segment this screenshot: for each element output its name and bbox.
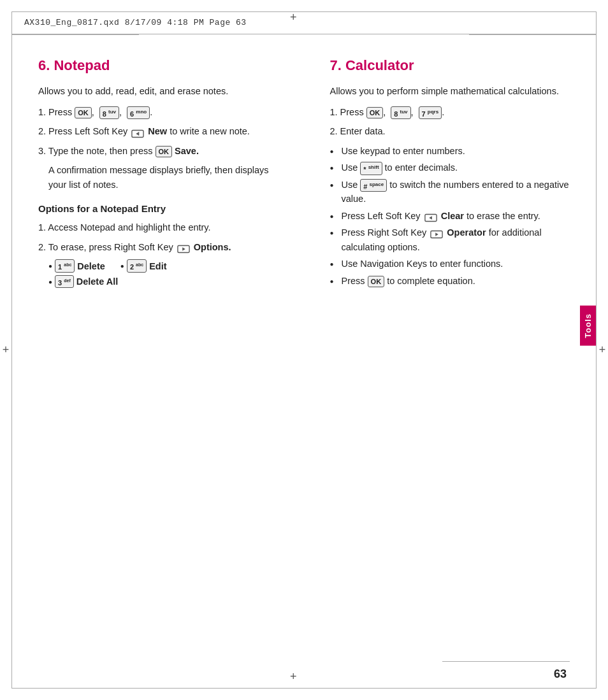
top-divider-right — [469, 34, 597, 35]
notepad-step2: 2. Press Left Soft Key New to write a ne… — [38, 124, 279, 138]
nav-keys-text: Use Navigation Keys to enter functions. — [342, 259, 503, 269]
key-7pqrs: 7 pqrs — [419, 106, 442, 120]
svg-marker-1 — [136, 132, 140, 135]
calculator-heading: 7. Calculator — [330, 57, 570, 74]
key-1: 1 abc — [55, 259, 75, 273]
delete-label: Delete — [77, 261, 105, 271]
side-tab: Tools — [579, 306, 597, 346]
step3-action: Save. — [175, 146, 199, 156]
bullet-operator: Press Right Soft Key Operator for additi… — [330, 225, 570, 254]
options-heading: Options for a Notepad Entry — [38, 203, 279, 214]
clear-label: Clear — [441, 211, 464, 221]
key-8tuv-calc: 8 tuv — [391, 106, 410, 120]
press-left-softkey-text: Press Left Soft Key — [342, 211, 423, 221]
notepad-intro: Allows you to add, read, edit, and erase… — [38, 84, 279, 98]
step3-note: A confirmation message displays briefly,… — [48, 163, 279, 192]
svg-marker-8 — [435, 233, 438, 236]
bullet-deleteall: ● 3 def Delete All — [48, 275, 118, 289]
key-ok-1: OK — [75, 107, 92, 118]
opt-step1: 1. Access Notepad and highlight the entr… — [38, 220, 279, 234]
calculator-section: 7. Calculator Allows you to perform simp… — [330, 51, 570, 662]
bullet-nav-keys: Use Navigation Keys to enter functions. — [330, 257, 570, 271]
key-ok-complete: OK — [368, 276, 385, 287]
press-right-softkey-text: Press Right Soft Key — [342, 227, 430, 238]
opt-step2-action: Options. — [194, 242, 231, 252]
right-softkey-icon-2 — [430, 229, 443, 238]
notepad-step1: 1. Press OK, 8 tuv, 6 mno. — [38, 105, 279, 120]
step3-note-block: A confirmation message displays briefly,… — [48, 163, 279, 192]
calc-step1: 1. Press OK, 8 tuv, 7 pqrs. — [330, 105, 570, 120]
step2-prefix: 2. Press Left Soft Key — [38, 126, 130, 136]
bullet-delete: ● 1 abc Delete — [48, 259, 105, 273]
reg-mark-bottom — [293, 676, 306, 689]
col-separator — [304, 51, 305, 662]
key-8tuv: 8 tuv — [99, 106, 119, 120]
calc-step2: 2. Enter data. — [330, 124, 570, 138]
main-content: 6. Notepad Allows you to add, read, edit… — [38, 51, 570, 662]
right-softkey-icon-1 — [177, 243, 190, 252]
bullet-negative: Use # space to switch the numbers entere… — [330, 178, 570, 206]
step3-prefix: 3. Type the note, then press — [38, 146, 156, 156]
bullet-decimals: Use * shift to enter decimals. — [330, 161, 570, 175]
reg-mark-left: + — [0, 344, 11, 357]
notepad-section: 6. Notepad Allows you to add, read, edit… — [38, 51, 279, 662]
key-hash-space: # space — [360, 179, 387, 192]
top-divider-left — [11, 34, 139, 35]
reg-mark-top — [293, 17, 306, 29]
bullet-complete: Press OK to complete equation. — [330, 274, 570, 288]
key-ok-calc: OK — [366, 107, 384, 118]
bullet-clear: Press Left Soft Key Clear to erase the e… — [330, 209, 570, 223]
bullet-row-2: ● 3 def Delete All — [48, 275, 279, 289]
operator-label: Operator — [447, 227, 486, 238]
options-bullets: ● 1 abc Delete ● 2 abc Edit ● 3 def Dele… — [38, 259, 279, 288]
opt-step2-prefix: 2. To erase, press Right Soft Key — [38, 242, 176, 252]
calculator-intro: Allows you to perform simple mathematica… — [330, 84, 570, 98]
notepad-heading: 6. Notepad — [38, 57, 279, 74]
svg-marker-6 — [429, 216, 432, 219]
deleteall-label: Delete All — [76, 276, 119, 287]
calc-bullets: Use keypad to enter numbers. Use * shift… — [330, 144, 570, 288]
left-softkey-icon-1 — [131, 128, 144, 137]
left-softkey-icon-2 — [424, 212, 437, 221]
key-star-shift: * shift — [360, 162, 382, 175]
opt-step2: 2. To erase, press Right Soft Key Option… — [38, 240, 279, 254]
step2-action: New — [148, 126, 167, 136]
step1-prefix: 1. Press — [38, 107, 75, 117]
key-ok-2: OK — [156, 146, 173, 157]
bullet-keypad: Use keypad to enter numbers. — [330, 144, 570, 158]
side-tab-label: Tools — [580, 306, 596, 346]
reg-mark-right: + — [597, 344, 608, 357]
notepad-step3: 3. Type the note, then press OK Save. — [38, 144, 279, 158]
step2-suffix: to write a new note. — [170, 126, 250, 136]
key-3def: 3 def — [55, 275, 74, 289]
edit-label: Edit — [149, 261, 166, 271]
bullet-row-1: ● 1 abc Delete ● 2 abc Edit — [48, 259, 279, 273]
calc-step1-prefix: 1. Press — [330, 107, 366, 117]
bullet-edit: ● 2 abc Edit — [120, 259, 167, 273]
key-2abc: 2 abc — [127, 259, 147, 273]
svg-marker-4 — [182, 247, 185, 250]
bottom-divider — [442, 661, 570, 662]
key-6mno: 6 mno — [127, 106, 150, 120]
page-number: 63 — [554, 668, 567, 681]
